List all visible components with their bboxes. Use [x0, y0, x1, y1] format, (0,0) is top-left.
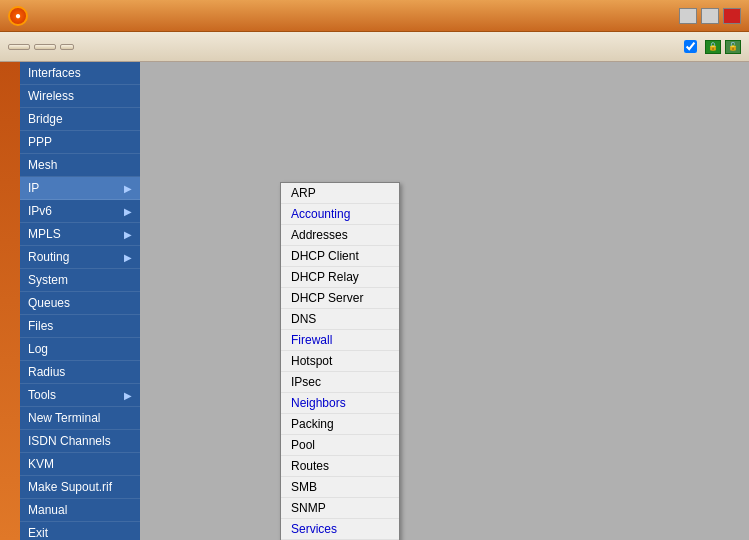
back-button[interactable]: [8, 44, 30, 50]
window-controls: [679, 8, 741, 24]
sidebar-item-tools[interactable]: Tools▶: [20, 384, 140, 407]
sidebar-label: KVM: [28, 457, 54, 471]
submenu-item-neighbors[interactable]: Neighbors: [281, 393, 399, 414]
hide-passwords-section: 🔒 🔓: [684, 40, 741, 54]
sidebar-item-radius[interactable]: Radius: [20, 361, 140, 384]
sidebar-item-bridge[interactable]: Bridge: [20, 108, 140, 131]
sidebar-item-mesh[interactable]: Mesh: [20, 154, 140, 177]
sidebar-item-manual[interactable]: Manual: [20, 499, 140, 522]
sidebar-item-wireless[interactable]: Wireless: [20, 85, 140, 108]
sidebar-item-queues[interactable]: Queues: [20, 292, 140, 315]
hide-passwords-checkbox[interactable]: [684, 40, 697, 53]
sidebar-item-isdn-channels[interactable]: ISDN Channels: [20, 430, 140, 453]
close-button[interactable]: [723, 8, 741, 24]
sidebar-label: Interfaces: [28, 66, 81, 80]
submenu-item-arp[interactable]: ARP: [281, 183, 399, 204]
sidebar-label: Routing: [28, 250, 69, 264]
submenu-item-snmp[interactable]: SNMP: [281, 498, 399, 519]
submenu-arrow-icon: ▶: [124, 206, 132, 217]
sidebar-item-ip[interactable]: IP▶: [20, 177, 140, 200]
main-area: InterfacesWirelessBridgePPPMeshIP▶IPv6▶M…: [0, 62, 749, 540]
sidebar-item-mpls[interactable]: MPLS▶: [20, 223, 140, 246]
submenu-item-packing[interactable]: Packing: [281, 414, 399, 435]
title-bar: ●: [0, 0, 749, 32]
sidebar-item-log[interactable]: Log: [20, 338, 140, 361]
sidebar-label: New Terminal: [28, 411, 100, 425]
sidebar-item-make-supout.rif[interactable]: Make Supout.rif: [20, 476, 140, 499]
sidebar-item-interfaces[interactable]: Interfaces: [20, 62, 140, 85]
sidebar-label: Tools: [28, 388, 56, 402]
sidebar: InterfacesWirelessBridgePPPMeshIP▶IPv6▶M…: [20, 62, 140, 540]
sidebar-label: Manual: [28, 503, 67, 517]
submenu-item-ipsec[interactable]: IPsec: [281, 372, 399, 393]
sidebar-label: Log: [28, 342, 48, 356]
app-icon: ●: [8, 6, 28, 26]
submenu-item-hotspot[interactable]: Hotspot: [281, 351, 399, 372]
sidebar-label: Queues: [28, 296, 70, 310]
sidebar-label: Mesh: [28, 158, 57, 172]
sidebar-item-kvm[interactable]: KVM: [20, 453, 140, 476]
submenu-item-accounting[interactable]: Accounting: [281, 204, 399, 225]
sidebar-item-new-terminal[interactable]: New Terminal: [20, 407, 140, 430]
sidebar-item-ppp[interactable]: PPP: [20, 131, 140, 154]
submenu-item-smb[interactable]: SMB: [281, 477, 399, 498]
sidebar-label: Bridge: [28, 112, 63, 126]
sidebar-label: IP: [28, 181, 39, 195]
sidebar-item-files[interactable]: Files: [20, 315, 140, 338]
submenu-item-firewall[interactable]: Firewall: [281, 330, 399, 351]
vertical-branding-label: [0, 62, 20, 540]
submenu-item-dns[interactable]: DNS: [281, 309, 399, 330]
sidebar-label: Make Supout.rif: [28, 480, 112, 494]
sidebar-item-exit[interactable]: Exit: [20, 522, 140, 540]
content-area: ARPAccountingAddressesDHCP ClientDHCP Re…: [140, 62, 749, 540]
sidebar-label: MPLS: [28, 227, 61, 241]
submenu-item-pool[interactable]: Pool: [281, 435, 399, 456]
lock-icon: 🔒: [705, 40, 721, 54]
submenu-arrow-icon: ▶: [124, 252, 132, 263]
submenu-item-dhcp-server[interactable]: DHCP Server: [281, 288, 399, 309]
sidebar-label: ISDN Channels: [28, 434, 111, 448]
toolbar: 🔒 🔓: [0, 32, 749, 62]
submenu-item-services[interactable]: Services: [281, 519, 399, 540]
submenu-item-addresses[interactable]: Addresses: [281, 225, 399, 246]
sidebar-label: System: [28, 273, 68, 287]
ip-submenu: ARPAccountingAddressesDHCP ClientDHCP Re…: [280, 182, 400, 540]
submenu-arrow-icon: ▶: [124, 229, 132, 240]
forward-button[interactable]: [34, 44, 56, 50]
sidebar-item-system[interactable]: System: [20, 269, 140, 292]
submenu-item-dhcp-relay[interactable]: DHCP Relay: [281, 267, 399, 288]
sidebar-label: Files: [28, 319, 53, 333]
sidebar-item-routing[interactable]: Routing▶: [20, 246, 140, 269]
sidebar-label: Wireless: [28, 89, 74, 103]
sidebar-item-ipv6[interactable]: IPv6▶: [20, 200, 140, 223]
sidebar-label: Radius: [28, 365, 65, 379]
submenu-item-dhcp-client[interactable]: DHCP Client: [281, 246, 399, 267]
minimize-button[interactable]: [679, 8, 697, 24]
sidebar-label: IPv6: [28, 204, 52, 218]
submenu-arrow-icon: ▶: [124, 390, 132, 401]
safe-mode-button[interactable]: [60, 44, 74, 50]
sidebar-label: PPP: [28, 135, 52, 149]
sidebar-label: Exit: [28, 526, 48, 540]
submenu-arrow-icon: ▶: [124, 183, 132, 194]
submenu-item-routes[interactable]: Routes: [281, 456, 399, 477]
maximize-button[interactable]: [701, 8, 719, 24]
lock-icon-2: 🔓: [725, 40, 741, 54]
